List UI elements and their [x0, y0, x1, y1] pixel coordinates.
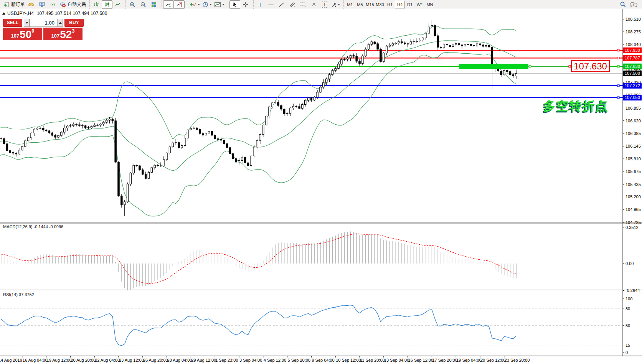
trendline-button[interactable] — [276, 0, 287, 9]
macd-signal-line — [1, 234, 516, 284]
volume-decrease-button[interactable] — [24, 19, 30, 27]
vertical-line-icon: | — [259, 2, 261, 7]
timeframe-h1[interactable]: H1 — [385, 1, 395, 8]
channel-button[interactable]: E — [287, 0, 298, 9]
fibonacci-button[interactable]: F — [298, 0, 309, 9]
chart-shift-button[interactable] — [174, 0, 185, 9]
svg-text:E: E — [294, 5, 295, 8]
autotrade-button[interactable]: 自动交易 — [58, 0, 87, 9]
chart-annotation-text[interactable]: 多空转折点 — [540, 98, 609, 115]
buy-price-prefix: 107 — [51, 32, 59, 40]
objects-group: | — E F A T — [253, 0, 342, 9]
crosshair-button[interactable] — [240, 0, 251, 9]
svg-text:107.930: 107.930 — [625, 48, 640, 53]
svg-text:15: 15 — [625, 343, 630, 348]
auto-scroll-button[interactable] — [163, 0, 174, 9]
svg-text:17 Sep 20:00: 17 Sep 20:00 — [432, 358, 457, 362]
timeframe-mn[interactable]: MN — [425, 1, 435, 8]
svg-text:50: 50 — [625, 323, 630, 328]
zoom-in-button[interactable] — [127, 0, 138, 9]
timeframe-m30[interactable]: M30 — [375, 1, 385, 8]
svg-text:22 Aug 04:00: 22 Aug 04:00 — [95, 358, 120, 362]
templates-button[interactable] — [213, 0, 226, 9]
sell-price-prefix: 107 — [11, 32, 19, 40]
new-order-button[interactable]: 新订单 — [3, 0, 26, 9]
timeframe-h4[interactable]: H4 — [395, 1, 405, 8]
sell-price-big: 50 — [20, 29, 31, 40]
svg-text:107.272: 107.272 — [625, 83, 640, 88]
periods-button[interactable] — [201, 0, 213, 9]
zoom-group — [125, 0, 160, 9]
svg-text:104.965: 104.965 — [625, 207, 641, 212]
chat-button[interactable] — [628, 0, 639, 9]
svg-text:11 Sep 20:00: 11 Sep 20:00 — [360, 358, 385, 362]
candlestick-chart-button[interactable] — [102, 0, 112, 9]
svg-text:105.200: 105.200 — [625, 194, 641, 199]
svg-text:0: 0 — [625, 350, 628, 355]
tile-windows-button[interactable] — [149, 0, 159, 9]
highlight-zone-rect[interactable] — [459, 64, 528, 69]
line-handle[interactable] — [617, 85, 619, 87]
svg-text:19 Sep 04:00: 19 Sep 04:00 — [456, 358, 481, 362]
search-button[interactable] — [617, 0, 628, 9]
timeframe-w1[interactable]: W1 — [415, 1, 425, 8]
chart-title: USDJPY-,H4 107.495 107.514 107.494 107.5… — [2, 11, 107, 16]
time-axis[interactable]: 14 Aug 201916 Aug 04:0019 Aug 12:0020 Au… — [0, 356, 530, 362]
line-handle[interactable] — [617, 66, 619, 68]
indicators-button[interactable] — [188, 0, 201, 9]
vertical-line-button[interactable]: | — [255, 0, 266, 9]
insert-group — [187, 0, 227, 9]
timeframe-d1[interactable]: D1 — [405, 1, 415, 8]
arrows-caret-icon — [338, 4, 340, 5]
svg-text:106.620: 106.620 — [625, 119, 641, 123]
ohlc-values: 107.495 107.514 107.494 107.500 — [37, 11, 107, 16]
bar-chart-button[interactable] — [91, 0, 102, 9]
mt4-terminal: 新订单 自动交易 — [0, 0, 642, 364]
line-chart-button[interactable] — [112, 0, 123, 9]
sell-button[interactable]: SELL — [3, 19, 22, 27]
text-button[interactable]: A — [309, 0, 319, 9]
book-icon — [28, 2, 35, 8]
zoom-out-button[interactable] — [138, 0, 149, 9]
timeframe-m1[interactable]: M1 — [345, 1, 355, 8]
arrows-button[interactable] — [330, 0, 341, 9]
svg-text:105.910: 105.910 — [625, 156, 641, 161]
svg-text:10 Sep 12:00: 10 Sep 12:00 — [336, 358, 361, 362]
signals-button[interactable] — [48, 0, 58, 9]
price-callout-box[interactable]: 107.630 — [571, 60, 610, 72]
candlestick-icon — [104, 2, 110, 8]
line-handle[interactable] — [617, 97, 619, 99]
text-icon: A — [312, 2, 316, 7]
chat-icon — [629, 2, 638, 8]
svg-text:106.385: 106.385 — [625, 131, 641, 136]
volume-input[interactable] — [30, 19, 57, 27]
chart-canvas[interactable]: 108.510108.275108.040107.565107.330107.0… — [0, 9, 642, 364]
cursor-button[interactable] — [229, 0, 240, 9]
volume-increase-button[interactable] — [57, 19, 63, 27]
horizontal-line-button[interactable]: — — [266, 0, 276, 9]
sell-price-display[interactable]: 107 50 0 — [3, 28, 42, 40]
history-button[interactable] — [26, 0, 37, 9]
svg-text:108.275: 108.275 — [625, 30, 641, 34]
one-click-trading-panel: SELL BUY 107 50 0 107 52 3 — [3, 19, 84, 40]
profiles-button[interactable] — [37, 0, 48, 9]
svg-text:4 Sep 12:00: 4 Sep 12:00 — [264, 358, 286, 362]
timeframe-m15[interactable]: M15 — [365, 1, 375, 8]
new-order-icon — [4, 2, 10, 8]
cursor-group — [228, 0, 252, 9]
timeframe-m5[interactable]: M5 — [355, 1, 365, 8]
buy-button[interactable]: BUY — [64, 19, 84, 27]
text-label-button[interactable]: T — [319, 0, 330, 9]
svg-text:9 Sep 04:00: 9 Sep 04:00 — [312, 358, 334, 362]
svg-text:107.787: 107.787 — [625, 56, 640, 60]
collapse-icon[interactable] — [2, 12, 5, 15]
line-handle[interactable] — [617, 57, 619, 59]
line-chart-icon — [115, 2, 121, 8]
svg-text:20 Sep 12:00: 20 Sep 12:00 — [480, 358, 505, 362]
buy-price-display[interactable]: 107 52 3 — [43, 28, 83, 40]
price-axis[interactable]: 108.510108.275108.040107.565107.330107.0… — [623, 17, 642, 355]
zoom-out-icon — [140, 2, 147, 8]
autotrade-label: 自动交易 — [68, 1, 86, 8]
svg-text:19 Aug 12:00: 19 Aug 12:00 — [47, 358, 72, 362]
line-handle[interactable] — [617, 49, 619, 51]
